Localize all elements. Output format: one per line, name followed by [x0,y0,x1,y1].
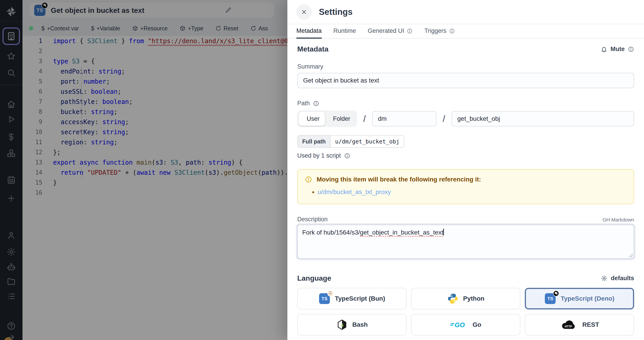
description-text-misspelled: get_object_in_bucket_as_text [360,229,444,237]
language-option-typescript-deno-[interactable]: TSTypeScript (Deno) [525,288,634,310]
info-icon [449,28,455,34]
language-option-rest[interactable]: HTTPREST [525,314,634,336]
text-caret [443,229,444,236]
app-root: TS Get object in bucket as text $+Contex… [0,0,644,340]
rest-icon: HTTP [560,319,578,330]
deno-badge-icon [553,290,559,296]
bell-icon [600,46,607,52]
metadata-heading: Metadata [297,45,328,53]
owner-kind-toggle: User Folder [297,110,357,127]
language-option-label: Python [463,295,484,302]
description-textarea[interactable]: Fork of hub/1564/s3/get_object_in_bucket… [297,225,634,259]
summary-label: Summary [297,63,634,70]
full-path-value: u/dm/get_bucket_obj [330,136,404,147]
path-separator: / [443,114,445,124]
svg-text:$: $ [341,323,344,328]
description-label: Description [297,216,328,223]
warning-list-item: u/dm/bucket_as_txt_proxy [318,188,626,196]
language-option-label: Bash [352,321,368,328]
owner-kind-user[interactable]: User [298,112,325,126]
language-heading: Language [297,274,331,282]
summary-input[interactable] [297,73,634,88]
full-path-badge: Full path u/dm/get_bucket_obj [297,135,404,148]
gear-icon [601,275,608,282]
svg-text:GO: GO [455,321,465,328]
language-option-typescript-bun-[interactable]: TSTypeScript (Bun) [297,288,406,310]
info-icon [407,28,412,34]
tab-triggers[interactable]: Triggers [424,28,455,39]
description-text: Fork of hub/1564/s3/ [302,229,360,236]
language-option-label: TypeScript (Bun) [335,295,385,302]
defaults-label: defaults [611,275,634,282]
tab-label: Triggers [424,28,446,34]
bash-icon: $ [336,319,348,330]
language-option-go[interactable]: GOGo [411,314,520,336]
settings-header: Settings [287,0,644,24]
language-grid: TSTypeScript (Bun)PythonTSTypeScript (De… [297,288,634,340]
path-name-input[interactable] [452,111,634,126]
language-option-python[interactable]: Python [411,288,520,310]
settings-content: Metadata Mute Summary Path User [287,39,644,340]
alert-circle-icon [305,176,312,183]
info-icon[interactable] [313,100,319,106]
svg-text:HTTP: HTTP [564,325,572,328]
tab-label: Metadata [296,28,322,34]
move-warning-box: Moving this item will break the followin… [297,169,634,204]
used-by-text: Used by 1 script [297,152,341,159]
drawer-backdrop[interactable] [0,0,287,340]
owner-kind-user-label: User [307,115,320,122]
tab-runtime[interactable]: Runtime [334,28,356,39]
language-option-label: Go [473,321,482,328]
path-label: Path [297,100,310,107]
tab-metadata[interactable]: Metadata [296,28,322,39]
owner-kind-folder-label: Folder [333,115,350,122]
referencing-script-link[interactable]: u/dm/bucket_as_txt_proxy [318,188,391,196]
go-icon: GO [450,319,468,330]
full-path-label: Full path [298,136,330,147]
warning-message: Moving this item will break the followin… [316,176,481,183]
ts-deno-icon: TS [544,293,556,304]
language-option-label: REST [582,321,599,328]
close-button[interactable] [296,4,312,20]
gh-markdown-hint: GH Markdown [602,217,634,223]
language-option-bash[interactable]: $Bash [297,314,406,336]
python-icon [447,293,459,304]
settings-title: Settings [319,7,352,17]
path-separator: / [363,114,366,124]
language-defaults-button[interactable]: defaults [601,275,634,282]
bun-badge-icon [327,290,334,296]
info-icon[interactable] [628,46,634,52]
path-owner-input[interactable] [372,111,436,126]
settings-drawer: Settings MetadataRuntimeGenerated UITrig… [287,0,644,340]
tab-label: Runtime [334,28,356,34]
owner-kind-folder[interactable]: Folder [325,112,356,126]
settings-tabs: MetadataRuntimeGenerated UITriggers [287,24,644,39]
tab-generated-ui[interactable]: Generated UI [368,28,412,39]
ts-bun-icon: TS [319,293,330,304]
language-option-label: TypeScript (Deno) [560,295,614,302]
mute-toggle[interactable]: Mute [610,46,625,52]
tab-label: Generated UI [368,28,404,34]
info-icon[interactable] [344,153,350,159]
